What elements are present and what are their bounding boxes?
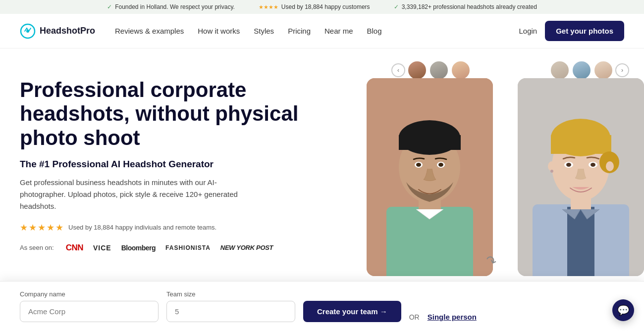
bottom-form: Company name Team size Create your team …	[0, 281, 644, 286]
svg-point-25	[566, 163, 571, 167]
press-logo-fashionista: FASHIONISTA	[165, 244, 211, 251]
svg-point-26	[590, 163, 595, 167]
nav-link-styles[interactable]: Styles	[254, 27, 274, 35]
banner-item-2: ★★★★ Used by 18,884 happy customers	[259, 3, 370, 10]
hero-stars: ★★★★★	[20, 222, 64, 233]
svg-point-21	[606, 161, 614, 171]
press-logo-vice: VICE	[93, 244, 111, 252]
hero-subtitle: The #1 Professional AI Headshot Generato…	[20, 159, 307, 170]
headshot-male	[367, 78, 493, 276]
thumb-5	[572, 60, 591, 80]
rating-text: Used by 18,884 happy indiviuals and remo…	[68, 224, 216, 231]
thumb-6	[593, 60, 613, 80]
get-photos-button[interactable]: Get your photos	[545, 21, 624, 41]
nav-actions: Login Get your photos	[519, 21, 624, 41]
thumb-3	[451, 60, 471, 80]
press-logo-bloomberg: Bloomberg	[121, 244, 156, 252]
svg-point-1	[26, 30, 29, 33]
nav-link-pricing[interactable]: Pricing	[288, 27, 311, 35]
logo-icon	[20, 23, 36, 39]
thumb-strip-left: ‹	[391, 60, 471, 80]
logo-text: HeadshotPro	[40, 26, 95, 36]
svg-rect-18	[551, 135, 611, 154]
hero-description: Get professional business headshots in m…	[20, 177, 258, 212]
hero-content: Professional corporate headshots, withou…	[20, 73, 307, 253]
hero-section: Professional corporate headshots, withou…	[0, 48, 644, 286]
banner-text-1: Founded in Holland. We respect your priv…	[115, 3, 235, 10]
hero-rating: ★★★★★ Used by 18,884 happy indiviuals an…	[20, 222, 307, 233]
banner-item-3: ✓ 3,339,182+ professional headshots alre…	[394, 3, 537, 10]
svg-point-22	[550, 170, 553, 173]
top-banner: ✓ Founded in Holland. We respect your pr…	[0, 0, 644, 14]
banner-stars: ★★★★	[259, 4, 278, 10]
svg-point-11	[438, 163, 443, 167]
headshot-female	[518, 78, 644, 276]
check-icon-3: ✓	[394, 3, 399, 10]
male-face-svg	[367, 78, 493, 276]
nav-links: Reviews & examples How it works Styles P…	[115, 27, 519, 35]
svg-point-10	[416, 163, 421, 167]
nav-link-how-it-works[interactable]: How it works	[198, 27, 240, 35]
nav-link-blog[interactable]: Blog	[367, 27, 382, 35]
svg-rect-14	[567, 207, 594, 276]
hero-images: ‹ ›	[367, 48, 644, 286]
banner-text-2: Used by 18,884 happy customers	[281, 3, 370, 10]
logo[interactable]: HeadshotPro	[20, 23, 95, 39]
banner-item-1: ✓ Founded in Holland. We respect your pr…	[107, 3, 235, 10]
thumb-4	[550, 60, 570, 80]
thumb-arrow-right[interactable]: ›	[615, 63, 629, 77]
female-face-svg	[518, 78, 644, 276]
press-label: As seen on:	[20, 244, 54, 251]
thumb-strip-right: ›	[550, 60, 629, 80]
nav-link-near-me[interactable]: Near me	[324, 27, 353, 35]
press-logo-cnn: CNN	[66, 243, 83, 253]
check-icon-1: ✓	[107, 3, 112, 10]
thumb-1	[407, 60, 427, 80]
nav-link-reviews[interactable]: Reviews & examples	[115, 27, 184, 35]
hero-title: Professional corporate headshots, withou…	[20, 78, 307, 150]
press-row: As seen on: CNN VICE Bloomberg FASHIONIS…	[20, 243, 307, 253]
press-logo-nypost: NEW YORK POST	[220, 244, 273, 251]
svg-rect-7	[399, 135, 461, 150]
login-button[interactable]: Login	[519, 27, 537, 35]
navbar: HeadshotPro Reviews & examples How it wo…	[0, 14, 644, 48]
thumb-2	[429, 60, 449, 80]
thumb-arrow-left[interactable]: ‹	[391, 63, 405, 77]
banner-text-3: 3,339,182+ professional headshots alread…	[402, 3, 537, 10]
